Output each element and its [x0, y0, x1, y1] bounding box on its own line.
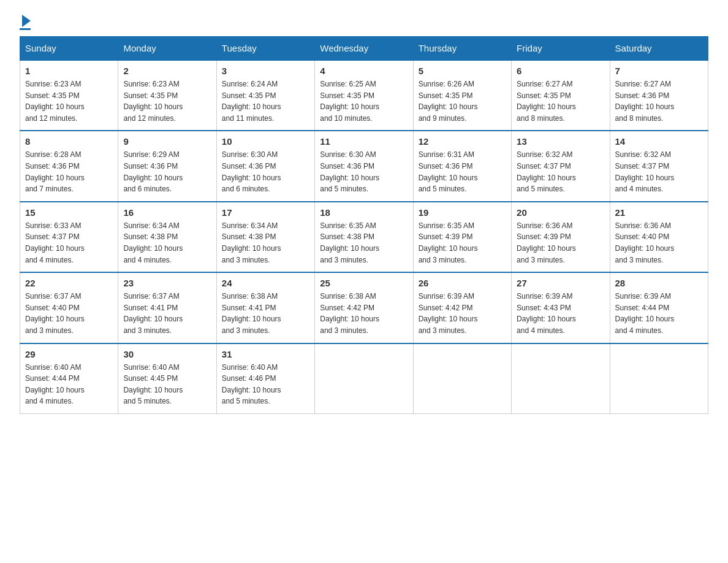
- calendar-cell: 13 Sunrise: 6:32 AM Sunset: 4:37 PM Dayl…: [512, 131, 610, 201]
- day-info: Sunrise: 6:39 AM Sunset: 4:43 PM Dayligh…: [517, 291, 604, 336]
- calendar-cell: 6 Sunrise: 6:27 AM Sunset: 4:35 PM Dayli…: [512, 60, 610, 131]
- calendar-cell: 1 Sunrise: 6:23 AM Sunset: 4:35 PM Dayli…: [20, 60, 118, 131]
- calendar-cell: 4 Sunrise: 6:25 AM Sunset: 4:35 PM Dayli…: [315, 60, 413, 131]
- day-number: 26: [419, 278, 506, 288]
- logo-underline: [20, 28, 31, 30]
- calendar-cell: [512, 343, 610, 414]
- calendar-cell: 20 Sunrise: 6:36 AM Sunset: 4:39 PM Dayl…: [512, 202, 610, 272]
- day-number: 25: [320, 278, 408, 288]
- day-number: 11: [320, 136, 408, 147]
- calendar-cell: 2 Sunrise: 6:23 AM Sunset: 4:35 PM Dayli…: [118, 60, 216, 131]
- logo-arrow-icon: [22, 15, 31, 27]
- day-number: 23: [123, 278, 211, 288]
- day-info: Sunrise: 6:35 AM Sunset: 4:38 PM Dayligh…: [320, 220, 408, 266]
- day-number: 14: [615, 136, 703, 147]
- calendar-cell: [315, 343, 413, 414]
- day-info: Sunrise: 6:25 AM Sunset: 4:35 PM Dayligh…: [320, 79, 408, 124]
- day-info: Sunrise: 6:39 AM Sunset: 4:42 PM Dayligh…: [419, 291, 506, 336]
- day-info: Sunrise: 6:37 AM Sunset: 4:41 PM Dayligh…: [123, 291, 211, 336]
- calendar-cell: 5 Sunrise: 6:26 AM Sunset: 4:35 PM Dayli…: [413, 60, 511, 131]
- day-number: 27: [517, 278, 604, 288]
- calendar-header-monday: Monday: [118, 37, 216, 61]
- day-number: 9: [123, 136, 211, 147]
- calendar-header-saturday: Saturday: [610, 37, 708, 61]
- logo: [20, 15, 31, 30]
- day-number: 18: [320, 207, 408, 218]
- day-info: Sunrise: 6:38 AM Sunset: 4:41 PM Dayligh…: [222, 291, 309, 336]
- day-number: 15: [25, 207, 113, 218]
- day-info: Sunrise: 6:24 AM Sunset: 4:35 PM Dayligh…: [222, 79, 309, 124]
- day-info: Sunrise: 6:36 AM Sunset: 4:40 PM Dayligh…: [615, 220, 703, 266]
- calendar-cell: 15 Sunrise: 6:33 AM Sunset: 4:37 PM Dayl…: [20, 202, 118, 272]
- calendar-cell: 31 Sunrise: 6:40 AM Sunset: 4:46 PM Dayl…: [216, 343, 314, 414]
- day-number: 3: [222, 66, 309, 76]
- calendar-cell: 23 Sunrise: 6:37 AM Sunset: 4:41 PM Dayl…: [118, 272, 216, 343]
- day-number: 8: [25, 136, 113, 147]
- day-info: Sunrise: 6:39 AM Sunset: 4:44 PM Dayligh…: [615, 291, 703, 336]
- day-info: Sunrise: 6:27 AM Sunset: 4:36 PM Dayligh…: [615, 79, 703, 124]
- day-number: 28: [615, 278, 703, 288]
- day-number: 7: [615, 66, 703, 76]
- day-number: 24: [222, 278, 309, 288]
- calendar-cell: 16 Sunrise: 6:34 AM Sunset: 4:38 PM Dayl…: [118, 202, 216, 272]
- day-number: 10: [222, 136, 309, 147]
- day-info: Sunrise: 6:34 AM Sunset: 4:38 PM Dayligh…: [222, 220, 309, 266]
- calendar-header-sunday: Sunday: [20, 37, 118, 61]
- calendar-cell: [413, 343, 511, 414]
- day-number: 16: [123, 207, 211, 218]
- calendar-cell: 26 Sunrise: 6:39 AM Sunset: 4:42 PM Dayl…: [413, 272, 511, 343]
- day-number: 5: [419, 66, 506, 76]
- day-info: Sunrise: 6:35 AM Sunset: 4:39 PM Dayligh…: [419, 220, 506, 266]
- day-info: Sunrise: 6:33 AM Sunset: 4:37 PM Dayligh…: [25, 220, 113, 266]
- calendar-cell: 29 Sunrise: 6:40 AM Sunset: 4:44 PM Dayl…: [20, 343, 118, 414]
- page-header: [20, 15, 708, 30]
- calendar-cell: 11 Sunrise: 6:30 AM Sunset: 4:36 PM Dayl…: [315, 131, 413, 201]
- day-number: 17: [222, 207, 309, 218]
- day-number: 20: [517, 207, 604, 218]
- day-number: 22: [25, 278, 113, 288]
- day-info: Sunrise: 6:32 AM Sunset: 4:37 PM Dayligh…: [517, 149, 604, 194]
- calendar-cell: 17 Sunrise: 6:34 AM Sunset: 4:38 PM Dayl…: [216, 202, 314, 272]
- day-number: 29: [25, 349, 113, 359]
- day-number: 21: [615, 207, 703, 218]
- calendar-week-row: 29 Sunrise: 6:40 AM Sunset: 4:44 PM Dayl…: [20, 343, 708, 414]
- day-number: 2: [123, 66, 211, 76]
- calendar-cell: 27 Sunrise: 6:39 AM Sunset: 4:43 PM Dayl…: [512, 272, 610, 343]
- day-info: Sunrise: 6:23 AM Sunset: 4:35 PM Dayligh…: [25, 79, 113, 124]
- day-info: Sunrise: 6:23 AM Sunset: 4:35 PM Dayligh…: [123, 79, 211, 124]
- day-info: Sunrise: 6:40 AM Sunset: 4:46 PM Dayligh…: [222, 362, 309, 407]
- calendar-week-row: 15 Sunrise: 6:33 AM Sunset: 4:37 PM Dayl…: [20, 202, 708, 272]
- day-info: Sunrise: 6:28 AM Sunset: 4:36 PM Dayligh…: [25, 149, 113, 194]
- day-info: Sunrise: 6:34 AM Sunset: 4:38 PM Dayligh…: [123, 220, 211, 266]
- day-info: Sunrise: 6:37 AM Sunset: 4:40 PM Dayligh…: [25, 291, 113, 336]
- calendar-header-thursday: Thursday: [413, 37, 511, 61]
- calendar-cell: 30 Sunrise: 6:40 AM Sunset: 4:45 PM Dayl…: [118, 343, 216, 414]
- calendar-cell: 28 Sunrise: 6:39 AM Sunset: 4:44 PM Dayl…: [610, 272, 708, 343]
- day-info: Sunrise: 6:30 AM Sunset: 4:36 PM Dayligh…: [222, 149, 309, 194]
- calendar-cell: [610, 343, 708, 414]
- calendar-cell: 22 Sunrise: 6:37 AM Sunset: 4:40 PM Dayl…: [20, 272, 118, 343]
- calendar-cell: 19 Sunrise: 6:35 AM Sunset: 4:39 PM Dayl…: [413, 202, 511, 272]
- day-info: Sunrise: 6:36 AM Sunset: 4:39 PM Dayligh…: [517, 220, 604, 266]
- calendar-cell: 12 Sunrise: 6:31 AM Sunset: 4:36 PM Dayl…: [413, 131, 511, 201]
- calendar-cell: 8 Sunrise: 6:28 AM Sunset: 4:36 PM Dayli…: [20, 131, 118, 201]
- day-info: Sunrise: 6:32 AM Sunset: 4:37 PM Dayligh…: [615, 149, 703, 194]
- day-number: 1: [25, 66, 113, 76]
- calendar-cell: 3 Sunrise: 6:24 AM Sunset: 4:35 PM Dayli…: [216, 60, 314, 131]
- calendar-header-friday: Friday: [512, 37, 610, 61]
- day-number: 19: [419, 207, 506, 218]
- day-number: 13: [517, 136, 604, 147]
- day-info: Sunrise: 6:29 AM Sunset: 4:36 PM Dayligh…: [123, 149, 211, 194]
- day-info: Sunrise: 6:30 AM Sunset: 4:36 PM Dayligh…: [320, 149, 408, 194]
- calendar-cell: 21 Sunrise: 6:36 AM Sunset: 4:40 PM Dayl…: [610, 202, 708, 272]
- day-info: Sunrise: 6:31 AM Sunset: 4:36 PM Dayligh…: [419, 149, 506, 194]
- day-info: Sunrise: 6:38 AM Sunset: 4:42 PM Dayligh…: [320, 291, 408, 336]
- day-info: Sunrise: 6:26 AM Sunset: 4:35 PM Dayligh…: [419, 79, 506, 124]
- day-number: 4: [320, 66, 408, 76]
- calendar-cell: 9 Sunrise: 6:29 AM Sunset: 4:36 PM Dayli…: [118, 131, 216, 201]
- calendar-week-row: 22 Sunrise: 6:37 AM Sunset: 4:40 PM Dayl…: [20, 272, 708, 343]
- calendar-header-wednesday: Wednesday: [315, 37, 413, 61]
- day-number: 31: [222, 349, 309, 359]
- calendar-header-tuesday: Tuesday: [216, 37, 314, 61]
- day-info: Sunrise: 6:40 AM Sunset: 4:44 PM Dayligh…: [25, 362, 113, 407]
